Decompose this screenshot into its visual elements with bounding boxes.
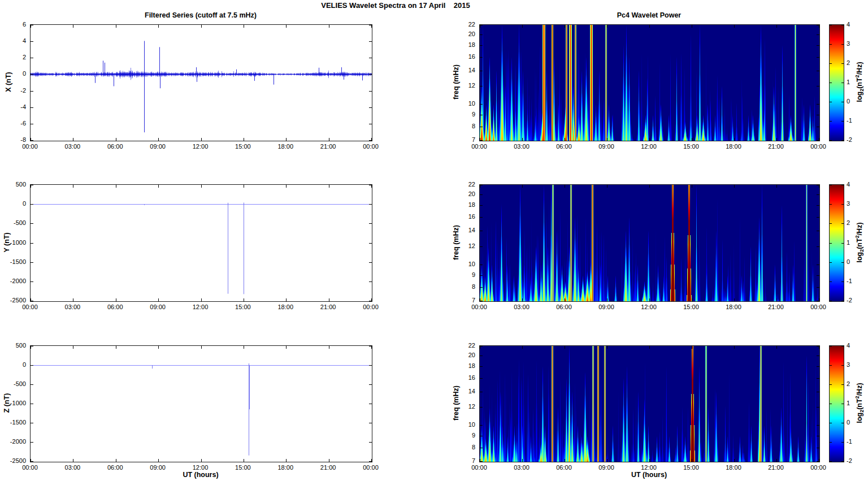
x-tick-label: 12:00	[188, 304, 213, 311]
y-tick-label: -2000	[0, 438, 26, 445]
time-axis-label-left: UT (hours)	[30, 471, 371, 479]
x-tick-label: 15:00	[231, 304, 255, 311]
x-tick-label: 12:00	[636, 304, 661, 311]
pc4-wavelet-title: Pc4 Wavelet Power	[479, 11, 819, 19]
y-tick-label: 14	[448, 67, 475, 74]
x-tick-label: 15:00	[679, 464, 704, 471]
colorbar-tick-label: 3	[847, 200, 863, 207]
y-tick-label: 20	[448, 190, 475, 198]
x-tick-label: 12:00	[636, 143, 661, 150]
y-tick-label: -2500	[0, 457, 26, 465]
x-tick-label: 06:00	[552, 464, 576, 471]
y-tick-label: -8	[0, 136, 26, 144]
colorbar-tick-label: 4	[847, 342, 863, 349]
colorbar-z-gradient	[830, 346, 844, 462]
x-tick-label: 09:00	[594, 143, 619, 150]
colorbar-z	[829, 345, 844, 462]
y-tick-label: -4	[0, 103, 26, 111]
y-tick-label: -2	[0, 87, 26, 94]
y-tick-label: 0	[0, 70, 26, 77]
x-tick-label: 00:00	[18, 464, 42, 471]
x-tick-label: 03:00	[509, 304, 534, 311]
colorbar-x-gradient	[830, 25, 844, 141]
x-tick-label: 09:00	[145, 464, 170, 471]
x-tick-label: 00:00	[806, 304, 831, 311]
x-tick-label: 18:00	[721, 464, 746, 471]
y-tick-label: 7	[448, 457, 475, 465]
y-filtered-canvas	[31, 185, 372, 301]
x-tick-label: 00:00	[806, 464, 831, 471]
colorbar-label-sub: 2	[859, 410, 865, 413]
y-tick-label: 9	[448, 432, 475, 439]
y-tick-label: 16	[448, 213, 475, 220]
colorbar-tick-label: -1	[847, 278, 863, 285]
x-tick-label: 18:00	[273, 304, 298, 311]
y-tick-label: 20	[448, 352, 475, 359]
x-tick-label: 12:00	[188, 143, 213, 150]
x-tick-label: 15:00	[231, 143, 255, 150]
colorbar-tick-label: 3	[847, 361, 863, 369]
x-tick-label: 06:00	[103, 143, 128, 150]
x-tick-label: 06:00	[103, 464, 128, 471]
time-axis-label-right: UT (hours)	[479, 471, 819, 479]
y-tick-label: -1500	[0, 419, 26, 426]
y-tick-label: 16	[448, 374, 475, 382]
z-filtered-canvas	[31, 346, 372, 462]
x-tick-label: 15:00	[679, 304, 704, 311]
y-filtered-plot	[30, 184, 372, 302]
y-tick-label: 22	[448, 181, 475, 188]
y-tick-label: 500	[0, 342, 26, 349]
y-tick-label: 10	[448, 261, 475, 268]
y-tick-label: 22	[448, 21, 475, 28]
colorbar-label-sub: 2	[859, 89, 865, 92]
y-tick-label: -1000	[0, 400, 26, 407]
x-tick-label: 00:00	[467, 143, 492, 150]
y-tick-label: 16	[448, 53, 475, 60]
y-tick-label: 9	[448, 271, 475, 279]
y-tick-label: 500	[0, 181, 26, 188]
x-wavelet-plot	[479, 24, 820, 141]
y-tick-label: 7	[448, 297, 475, 304]
x-tick-label: 00:00	[358, 464, 383, 471]
x-tick-label: 21:00	[763, 304, 788, 311]
y-tick-label: 7	[448, 136, 475, 144]
x-tick-label: 00:00	[358, 143, 383, 150]
y-tick-label: 12	[448, 242, 475, 250]
colorbar-tick-label: 0	[847, 98, 863, 105]
x-tick-label: 03:00	[509, 143, 534, 150]
colorbar-y-gradient	[830, 185, 844, 301]
y-tick-label: 0	[0, 200, 26, 207]
x-tick-label: 18:00	[721, 304, 746, 311]
colorbar-tick-label: 1	[847, 239, 863, 246]
y-tick-label: -1000	[0, 239, 26, 246]
y-tick-label: 6	[0, 21, 26, 28]
x-tick-label: 03:00	[509, 464, 534, 471]
figure-root: VELIES Wavelet Spectra on 17 April 2015 …	[0, 0, 868, 481]
x-wavelet-heatmap	[480, 25, 819, 141]
y-tick-label: 2	[0, 54, 26, 61]
x-tick-label: 15:00	[231, 464, 255, 471]
y-tick-label: -500	[0, 219, 26, 227]
colorbar-tick-label: 2	[847, 59, 863, 67]
x-tick-label: 03:00	[60, 304, 85, 311]
y-tick-label: 18	[448, 201, 475, 209]
z-wavelet-heatmap	[480, 346, 819, 462]
x-tick-label: 00:00	[18, 143, 42, 150]
x-tick-label: 21:00	[316, 304, 341, 311]
x-tick-label: 18:00	[273, 143, 298, 150]
colorbar-tick-label: -1	[847, 438, 863, 445]
x-tick-label: 00:00	[806, 143, 831, 150]
x-filtered-canvas	[31, 25, 372, 141]
x-tick-label: 15:00	[679, 143, 704, 150]
colorbar-label-sub: 2	[859, 249, 865, 252]
x-tick-label: 18:00	[721, 143, 746, 150]
z-wavelet-plot	[479, 345, 820, 462]
figure-title: VELIES Wavelet Spectra on 17 April 2015	[170, 1, 622, 10]
y-tick-label: -2000	[0, 278, 26, 285]
y-tick-label: 0	[0, 361, 26, 369]
y-tick-label: -6	[0, 120, 26, 127]
colorbar-tick-label: 2	[847, 219, 863, 227]
y-tick-label: 9	[448, 111, 475, 118]
y-tick-label: -500	[0, 380, 26, 388]
y-tick-label: 8	[448, 123, 475, 130]
